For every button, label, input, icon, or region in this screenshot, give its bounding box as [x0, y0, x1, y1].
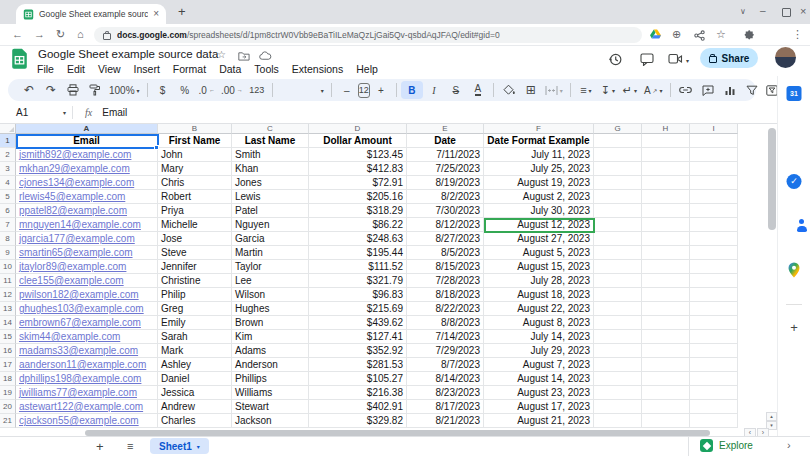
cell-D2[interactable]: $123.45 — [309, 148, 407, 162]
cell-I17[interactable] — [690, 358, 738, 372]
cell-F1[interactable]: Date Format Example — [484, 134, 594, 148]
text-wrap-icon[interactable]: ↵▾ — [619, 81, 641, 99]
cell-A14[interactable]: embrown67@example.com — [16, 316, 158, 330]
cell-D13[interactable]: $215.69 — [309, 302, 407, 316]
cell-F6[interactable]: July 30, 2023 — [484, 204, 594, 218]
side-panel-collapse-icon[interactable]: › — [787, 439, 791, 451]
cell-F2[interactable]: July 11, 2023 — [484, 148, 594, 162]
browser-menu-icon[interactable]: ⋮ — [792, 28, 803, 41]
cell-F21[interactable]: August 21, 2023 — [484, 414, 594, 428]
row-header-16[interactable]: 16 — [0, 344, 16, 358]
cell-D20[interactable]: $402.91 — [309, 400, 407, 414]
cell-B1[interactable]: First Name — [158, 134, 232, 148]
text-color-button[interactable]: A — [467, 81, 489, 99]
cell-H21[interactable] — [642, 414, 690, 428]
cell-G20[interactable] — [594, 400, 642, 414]
cell-H14[interactable] — [642, 316, 690, 330]
cell-A11[interactable]: clee155@example.com — [16, 274, 158, 288]
cell-C10[interactable]: Taylor — [232, 260, 309, 274]
row-header-11[interactable]: 11 — [0, 274, 16, 288]
cell-A12[interactable]: pwilson182@example.com — [16, 288, 158, 302]
cell-H17[interactable] — [642, 358, 690, 372]
cell-G13[interactable] — [594, 302, 642, 316]
horizontal-align-icon[interactable]: ≡▾ — [575, 81, 597, 99]
cell-A8[interactable]: jgarcia177@example.com — [16, 232, 158, 246]
cell-E12[interactable]: 8/18/2023 — [407, 288, 484, 302]
cell-F17[interactable]: August 7, 2023 — [484, 358, 594, 372]
cell-B11[interactable]: Christine — [158, 274, 232, 288]
cell-H9[interactable] — [642, 246, 690, 260]
cell-G5[interactable] — [594, 190, 642, 204]
cell-D5[interactable]: $205.16 — [309, 190, 407, 204]
cell-F19[interactable]: August 23, 2023 — [484, 386, 594, 400]
cell-A7[interactable]: mnguyen14@example.com — [16, 218, 158, 232]
cell-B20[interactable]: Andrew — [158, 400, 232, 414]
cell-D14[interactable]: $439.62 — [309, 316, 407, 330]
cell-G21[interactable] — [594, 414, 642, 428]
cell-I16[interactable] — [690, 344, 738, 358]
calendar-icon[interactable]: 31 — [787, 86, 802, 101]
cell-G9[interactable] — [594, 246, 642, 260]
cell-E8[interactable]: 8/27/2023 — [407, 232, 484, 246]
cell-I8[interactable] — [690, 232, 738, 246]
cell-C11[interactable]: Lee — [232, 274, 309, 288]
cell-A6[interactable]: ppatel82@example.com — [16, 204, 158, 218]
sheet-tab-sheet1[interactable]: Sheet1 ▾ — [150, 438, 209, 454]
row-header-12[interactable]: 12 — [0, 288, 16, 302]
explore-button[interactable]: Explore — [700, 439, 753, 452]
decrease-decimals-button[interactable]: .0← — [196, 81, 218, 99]
cell-C19[interactable]: Williams — [232, 386, 309, 400]
cell-B9[interactable]: Steve — [158, 246, 232, 260]
cell-C14[interactable]: Brown — [232, 316, 309, 330]
back-icon[interactable]: ← — [12, 28, 23, 41]
menu-item-insert[interactable]: Insert — [134, 63, 160, 75]
cell-C15[interactable]: Kim — [232, 330, 309, 344]
cell-H20[interactable] — [642, 400, 690, 414]
row-header-10[interactable]: 10 — [0, 260, 16, 274]
menu-item-file[interactable]: File — [37, 63, 54, 75]
cell-B3[interactable]: Mary — [158, 162, 232, 176]
cell-F8[interactable]: August 27, 2023 — [484, 232, 594, 246]
sheets-logo-icon[interactable] — [11, 48, 28, 70]
row-header-15[interactable]: 15 — [0, 330, 16, 344]
cell-D16[interactable]: $352.92 — [309, 344, 407, 358]
cell-I10[interactable] — [690, 260, 738, 274]
cell-I14[interactable] — [690, 316, 738, 330]
cell-H6[interactable] — [642, 204, 690, 218]
cloud-status-icon[interactable] — [259, 51, 272, 61]
cell-I20[interactable] — [690, 400, 738, 414]
cell-E3[interactable]: 7/25/2023 — [407, 162, 484, 176]
fill-color-icon[interactable] — [498, 81, 520, 99]
cell-A4[interactable]: cjones134@example.com — [16, 176, 158, 190]
cell-G16[interactable] — [594, 344, 642, 358]
cell-C12[interactable]: Wilson — [232, 288, 309, 302]
cell-B19[interactable]: Jessica — [158, 386, 232, 400]
cell-A16[interactable]: madams33@example.com — [16, 344, 158, 358]
cell-C20[interactable]: Stewart — [232, 400, 309, 414]
strikethrough-button[interactable]: S — [445, 81, 467, 99]
cell-E4[interactable]: 8/19/2023 — [407, 176, 484, 190]
cell-H10[interactable] — [642, 260, 690, 274]
cell-E5[interactable]: 8/2/2023 — [407, 190, 484, 204]
cell-G12[interactable] — [594, 288, 642, 302]
cell-D18[interactable]: $105.27 — [309, 372, 407, 386]
row-header-20[interactable]: 20 — [0, 400, 16, 414]
cell-D4[interactable]: $72.91 — [309, 176, 407, 190]
cell-G6[interactable] — [594, 204, 642, 218]
cell-D7[interactable]: $86.22 — [309, 218, 407, 232]
row-header-7[interactable]: 7 — [0, 218, 16, 232]
row-header-3[interactable]: 3 — [0, 162, 16, 176]
zoom-select[interactable]: 100%▾ — [106, 81, 143, 99]
user-avatar[interactable] — [775, 47, 796, 68]
more-formats-button[interactable]: 123 — [246, 81, 268, 99]
cell-C8[interactable]: Garcia — [232, 232, 309, 246]
cell-F18[interactable]: August 14, 2023 — [484, 372, 594, 386]
cell-B6[interactable]: Priya — [158, 204, 232, 218]
cell-F11[interactable]: July 28, 2023 — [484, 274, 594, 288]
extensions-puzzle-icon[interactable] — [744, 30, 755, 41]
reload-icon[interactable]: ↻ — [56, 28, 65, 41]
version-history-icon[interactable] — [608, 52, 623, 67]
cell-B14[interactable]: Emily — [158, 316, 232, 330]
forward-icon[interactable]: → — [34, 28, 45, 41]
cell-E18[interactable]: 8/14/2023 — [407, 372, 484, 386]
